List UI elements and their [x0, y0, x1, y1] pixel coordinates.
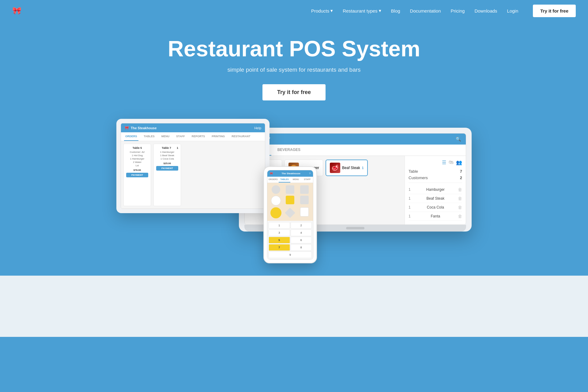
order-icon-people[interactable]: 👥	[456, 160, 462, 165]
phone-nav-tables[interactable]: TABLES	[279, 177, 290, 183]
phone-table-4[interactable]	[271, 196, 281, 205]
tablet-orders-list: Table 5 Customer: A2 1 Hot Dog 1 Hamburg…	[121, 141, 265, 209]
tablet-nav-printing[interactable]: PRINTING	[210, 132, 226, 141]
order-item-hamburger: 1 Hamburger 🗑	[409, 185, 462, 194]
hero-cta-button[interactable]: Try it for free	[262, 84, 326, 100]
phone-num-5[interactable]: 5	[269, 237, 290, 243]
order-card-table7: Table 7 1 1 Hamburger 1 Beaf Steak 1 Coc…	[153, 144, 181, 206]
nav-downloads[interactable]: Downloads	[474, 8, 497, 13]
tablet-nav-orders[interactable]: ORDERS	[124, 132, 138, 141]
phone-nav: ORDERS TABLES MENU STAFF	[267, 177, 313, 183]
trash-icon-4[interactable]: 🗑	[458, 214, 462, 219]
phone-num-3[interactable]: 3	[269, 229, 290, 236]
menu-item-steak[interactable]: 🥩 Beaf Steak 1	[326, 160, 368, 176]
chevron-down-icon: ▾	[330, 8, 333, 13]
phone-num-6[interactable]: 6	[291, 237, 312, 243]
phone-screen: 🎀 The Steakhouse ? ORDERS TABLES MENU ST…	[267, 170, 313, 260]
tablet-brand: 🎀 The Steakhouse	[125, 126, 156, 130]
phone-tables-grid	[267, 183, 313, 221]
trash-icon[interactable]: 🗑	[458, 187, 462, 192]
tablet-device: 🎀 The Steakhouse Help ORDERS TABLES MENU…	[116, 119, 270, 213]
phone-nav-orders[interactable]: ORDERS	[267, 177, 279, 183]
tablet-help: Help	[254, 126, 261, 130]
chevron-down-icon: ▾	[379, 8, 381, 13]
order-customers-row: Customers 2	[409, 175, 462, 180]
phone-table-1[interactable]	[272, 185, 280, 194]
phone-num-8[interactable]: 8	[291, 244, 312, 251]
order-icons: ☰ 🛍 👥	[409, 160, 462, 165]
steak-image: 🥩	[330, 163, 340, 173]
order-divider	[409, 183, 462, 183]
phone-nav-menu[interactable]: MENU	[290, 177, 302, 183]
tablet-brand-icon: 🎀	[125, 126, 129, 130]
order-icon-bag[interactable]: 🛍	[449, 160, 454, 165]
order-card-title-2: Table 7 1	[156, 146, 178, 149]
phone-table-8[interactable]	[300, 207, 309, 217]
pos-tabs: MAIN BEVERAGES	[245, 145, 466, 156]
tablet-nav-tables[interactable]: TABLES	[143, 132, 156, 141]
phone-brand-name: The Steakhouse	[282, 172, 300, 175]
tablet-nav-restaurant[interactable]: RESTAURANT	[230, 132, 251, 141]
tablet-nav-reports[interactable]: REPORTS	[190, 132, 206, 141]
phone-numpad: 1 2 3 4 5 6 7 8 9	[267, 221, 313, 259]
pos-order-sidebar: ☰ 🛍 👥 Table 7 Customers 2	[405, 156, 466, 224]
customers-label: Customers	[409, 175, 428, 180]
phone-table-2[interactable]	[286, 185, 294, 194]
navbar: 🎀 Products ▾ Restaurant types ▾ Blog Doc…	[0, 0, 588, 21]
steak-label: Beaf Steak	[342, 166, 360, 170]
tablet-header: 🎀 The Steakhouse Help	[121, 123, 265, 132]
hero-section: Restaurant POS System simple point of sa…	[0, 0, 588, 276]
phone-table-6[interactable]	[300, 196, 309, 204]
phone-table-3[interactable]	[300, 185, 309, 194]
phone-table-5[interactable]	[286, 196, 294, 204]
order-item-steak: 1 Beaf Steak 🗑	[409, 194, 462, 203]
table-value: 7	[460, 169, 462, 174]
order-table-row: Table 7	[409, 169, 462, 174]
hero-title: Restaurant POS System	[0, 37, 588, 61]
tablet-nav: ORDERS TABLES MENU STAFF REPORTS PRINTIN…	[121, 132, 265, 141]
search-icon[interactable]: 🔍	[456, 137, 461, 141]
tablet-nav-menu[interactable]: MENU	[160, 132, 171, 141]
tablet-nav-staff[interactable]: STAFF	[175, 132, 186, 141]
logo-icon: 🎀	[12, 6, 21, 15]
table-label: Table	[409, 169, 418, 174]
trash-icon-3[interactable]: 🗑	[458, 205, 462, 210]
order-item-cola: 1 Coca Cola 🗑	[409, 203, 462, 212]
payment-button-table7[interactable]: PAYMENT	[156, 166, 178, 171]
pos-header: ← Table 7 🔍	[245, 134, 466, 145]
nav-login[interactable]: Login	[507, 8, 518, 13]
tablet-screen: 🎀 The Steakhouse Help ORDERS TABLES MENU…	[121, 123, 265, 209]
phone-num-2[interactable]: 2	[291, 222, 312, 229]
nav-cta-button[interactable]: Try it for free	[533, 5, 576, 17]
pos-tab-beverages[interactable]: BEVERAGES	[271, 145, 307, 156]
phone-num-4[interactable]: 4	[291, 229, 312, 236]
phone-num-1[interactable]: 1	[269, 222, 290, 229]
phone-header: 🎀 The Steakhouse ?	[267, 170, 313, 177]
order-icon-list[interactable]: ☰	[442, 160, 446, 165]
nav-documentation[interactable]: Documentation	[410, 8, 441, 13]
phone-num-9[interactable]: 9	[269, 251, 312, 258]
phone-device: 🎀 The Steakhouse ? ORDERS TABLES MENU ST…	[263, 166, 317, 263]
phone-nav-staff[interactable]: STAFF	[302, 177, 313, 183]
trash-icon-2[interactable]: 🗑	[458, 196, 462, 201]
order-item-fanta: 1 Fanta 🗑	[409, 212, 462, 221]
customers-value: 2	[460, 175, 462, 180]
bottom-section	[0, 276, 588, 337]
payment-button-table5[interactable]: PAYMENT	[126, 173, 148, 177]
nav-restaurant-types[interactable]: Restaurant types ▾	[343, 8, 381, 13]
nav-blog[interactable]: Blog	[391, 8, 400, 13]
laptop-notch	[346, 227, 364, 229]
phone-num-7[interactable]: 7	[269, 244, 290, 251]
order-card-title: Table 5	[126, 146, 148, 149]
phone-table-diamond[interactable]	[285, 208, 296, 218]
order-card-table5: Table 5 Customer: A2 1 Hot Dog 1 Hamburg…	[123, 144, 151, 206]
nav-links: Products ▾ Restaurant types ▾ Blog Docum…	[311, 5, 576, 17]
tablet-body: Table 5 Customer: A2 1 Hot Dog 1 Hamburg…	[121, 141, 265, 209]
phone-help: ?	[309, 172, 311, 175]
phone-brand-icon: 🎀	[270, 172, 273, 175]
nav-products[interactable]: Products ▾	[311, 8, 333, 13]
phone-table-7[interactable]	[270, 207, 281, 218]
steak-badge: 1	[362, 166, 364, 170]
hero-subtitle: simple point of sale system for restaura…	[0, 66, 588, 73]
nav-pricing[interactable]: Pricing	[451, 8, 465, 13]
